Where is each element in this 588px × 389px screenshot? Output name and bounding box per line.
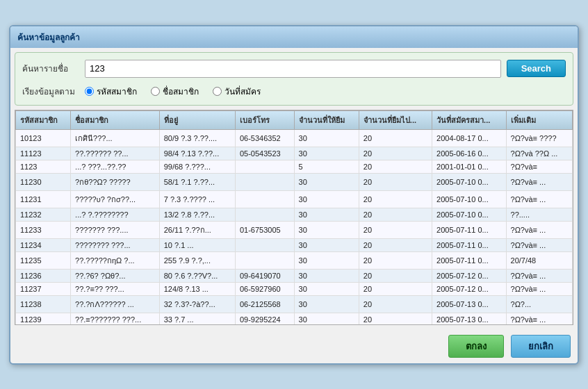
col-member-code: รหัสสมาชิก <box>16 110 71 129</box>
cell-6-5: 20 <box>359 221 432 238</box>
cell-9-6: 2005-07-12 0... <box>432 269 506 282</box>
cell-12-5: 20 <box>359 313 432 325</box>
cell-12-7: ?Ω?và≡ ... <box>506 313 572 325</box>
table-row[interactable]: 11234???????? ???...10 ?.1 ...30202005-0… <box>16 238 573 251</box>
search-label: ค้นหารายชื่อ <box>22 62 85 75</box>
cell-11-0: 11238 <box>16 295 71 313</box>
cell-5-7: ??..... <box>506 208 572 221</box>
cell-6-0: 11233 <box>16 221 71 238</box>
cell-0-3: 06-5346352 <box>235 129 294 147</box>
radio-member-code[interactable]: รหัสสมาชิก <box>85 85 137 98</box>
bottom-buttons: ตกลง ยกเลิก <box>10 329 578 363</box>
table-row[interactable]: 11230?กθ??Ω? ?????58/1 ?.1 ?.??...302020… <box>16 173 573 190</box>
cell-11-2: 32 ?.3?-?à??... <box>159 295 235 313</box>
cell-12-2: 33 ?.7 ... <box>159 313 235 325</box>
cell-3-1: ?กθ??Ω? ????? <box>71 173 160 190</box>
radio-member-name[interactable]: ชื่อสมาชิก <box>151 85 199 98</box>
cell-9-4: 30 <box>294 269 359 282</box>
cell-9-0: 11236 <box>16 269 71 282</box>
cell-10-4: 30 <box>294 282 359 295</box>
table-row[interactable]: 10123เกศินี???...80/9 ?.3 ?.??....06-534… <box>16 129 573 147</box>
radio-group: รหัสสมาชิก ชื่อสมาชิก วันที่สมัคร <box>85 85 261 98</box>
cell-5-6: 2005-07-10 0... <box>432 208 506 221</box>
cell-0-1: เกศินี???... <box>71 129 160 147</box>
cell-11-7: ?Ω?... <box>506 295 572 313</box>
sort-row: เรียงข้อมูลตาม รหัสสมาชิก ชื่อสมาชิก วัน… <box>22 85 566 98</box>
cell-8-2: 255 ?.9 ?.?,... <box>159 251 235 269</box>
radio-register-date[interactable]: วันที่สมัคร <box>213 85 261 98</box>
cell-11-3: 06-2125568 <box>235 295 294 313</box>
main-window: ค้นหาข้อมูลลูกค้า ค้นหารายชื่อ Search เร… <box>9 25 579 365</box>
cell-6-6: 2005-07-11 0... <box>432 221 506 238</box>
cell-2-0: 1123 <box>16 160 71 173</box>
cell-5-5: 20 <box>359 208 432 221</box>
col-reg-date: วันที่สมัครสมา... <box>432 110 506 129</box>
cell-4-4: 30 <box>294 190 359 208</box>
cell-6-4: 30 <box>294 221 359 238</box>
col-phone: เบอร์โทร <box>235 110 294 129</box>
cell-12-3: 09-9295224 <box>235 313 294 325</box>
cell-3-3 <box>235 173 294 190</box>
table-row[interactable]: 11237??.?≡?? ???...124/8 ?.13 ...06-5927… <box>16 282 573 295</box>
cell-4-1: ?????υ? ?กσ??... <box>71 190 160 208</box>
cell-5-0: 11232 <box>16 208 71 221</box>
cell-10-5: 20 <box>359 282 432 295</box>
confirm-button[interactable]: ตกลง <box>448 335 504 358</box>
table-row[interactable]: 11232...? ?.????????13/2 ?.8 ?.??...3020… <box>16 208 573 221</box>
cell-5-1: ...? ?.???????? <box>71 208 160 221</box>
table-row[interactable]: 11123??.?????? ??...98/4 ?.13 ?.??...05-… <box>16 147 573 160</box>
cell-12-4: 30 <box>294 313 359 325</box>
table-row[interactable]: 11233??????? ???....26/11 ?.??ก...01-675… <box>16 221 573 238</box>
table-row[interactable]: 11235??.?????กηΩ ?...255 ?.9 ?.?,...3020… <box>16 251 573 269</box>
cell-3-5: 20 <box>359 173 432 190</box>
table-row[interactable]: 11238??.?กΛ?????? ...32 ?.3?-?à??...06-2… <box>16 295 573 313</box>
search-panel: ค้นหารายชื่อ Search เรียงข้อมูลตาม รหัสส… <box>15 52 573 106</box>
data-table-container: รหัสสมาชิก ชื่อสมาชิก ที่อยู่ เบอร์โทร จ… <box>15 110 573 325</box>
cell-3-6: 2005-07-10 0... <box>432 173 506 190</box>
sort-label: เรียงข้อมูลตาม <box>22 85 85 98</box>
cell-7-7: ?Ω?và≡ ... <box>506 238 572 251</box>
cell-7-4: 30 <box>294 238 359 251</box>
cell-8-7: 20/7/48 <box>506 251 572 269</box>
cell-7-6: 2005-07-11 0... <box>432 238 506 251</box>
table-body: 10123เกศินี???...80/9 ?.3 ?.??....06-534… <box>16 129 573 325</box>
search-button[interactable]: Search <box>507 60 566 77</box>
cell-4-5: 20 <box>359 190 432 208</box>
cell-6-3: 01-6753005 <box>235 221 294 238</box>
cell-11-4: 30 <box>294 295 359 313</box>
cancel-button[interactable]: ยกเลิก <box>511 335 571 358</box>
search-input[interactable] <box>85 60 501 78</box>
cell-2-6: 2001-01-01 0... <box>432 160 506 173</box>
cell-1-5: 20 <box>359 147 432 160</box>
table-row[interactable]: 11236??.?6? ?Ωθ?...80 ?.6 ?.??V?...09-64… <box>16 269 573 282</box>
cell-4-3 <box>235 190 294 208</box>
cell-11-6: 2005-07-13 0... <box>432 295 506 313</box>
cell-5-3 <box>235 208 294 221</box>
cell-7-5: 20 <box>359 238 432 251</box>
cell-0-6: 2004-08-17 0... <box>432 129 506 147</box>
cell-3-7: ?Ω?và≡ ... <box>506 173 572 190</box>
cell-7-2: 10 ?.1 ... <box>159 238 235 251</box>
table-row[interactable]: 1123...? ???...??.??99/68 ?.???...520200… <box>16 160 573 173</box>
radio-member-code-label: รหัสสมาชิก <box>97 85 137 98</box>
cell-10-1: ??.?≡?? ???... <box>71 282 160 295</box>
cell-8-3 <box>235 251 294 269</box>
title-bar: ค้นหาข้อมูลลูกค้า <box>10 26 578 48</box>
cell-6-1: ??????? ???.... <box>71 221 160 238</box>
table-row[interactable]: 11239??.≡??????? ???...33 ?.7 ...09-9295… <box>16 313 573 325</box>
cell-5-4: 30 <box>294 208 359 221</box>
cell-1-4: 30 <box>294 147 359 160</box>
cell-1-1: ??.?????? ??... <box>71 147 160 160</box>
cell-8-1: ??.?????กηΩ ?... <box>71 251 160 269</box>
table-row[interactable]: 11231?????υ? ?กσ??...7 ?.3 ?.???? ...302… <box>16 190 573 208</box>
cell-0-5: 20 <box>359 129 432 147</box>
data-table: รหัสสมาชิก ชื่อสมาชิก ที่อยู่ เบอร์โทร จ… <box>15 110 573 325</box>
cell-2-2: 99/68 ?.???... <box>159 160 235 173</box>
cell-10-0: 11237 <box>16 282 71 295</box>
cell-1-7: ?Ω?và ??Ω ... <box>506 147 572 160</box>
cell-10-6: 2005-07-12 0... <box>432 282 506 295</box>
cell-0-4: 30 <box>294 129 359 147</box>
search-row: ค้นหารายชื่อ Search <box>22 60 566 78</box>
cell-7-1: ???????? ???... <box>71 238 160 251</box>
cell-12-0: 11239 <box>16 313 71 325</box>
